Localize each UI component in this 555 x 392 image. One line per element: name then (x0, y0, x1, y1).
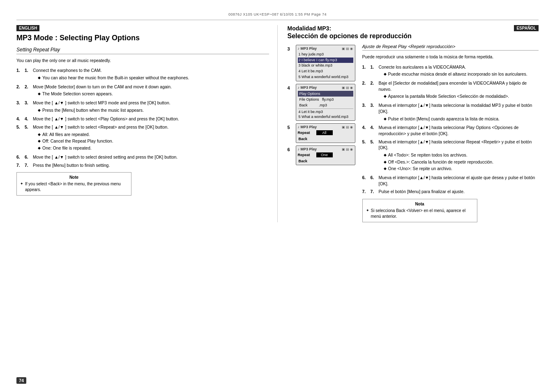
menu-item-play-options: Play Options (298, 91, 353, 97)
note-title-es: Nota (366, 202, 474, 206)
step-es-5: 5.Mueva el interruptor [▲/▼] hasta selec… (362, 139, 539, 173)
header-meta: 00876J X105 UK+ESP~087 6/10/05 1:55 PM P… (16, 12, 539, 16)
repeat-row-all: Repeat All (298, 130, 353, 135)
step-es-4: 4.Mueva el interruptor [▲/▼] hasta selec… (362, 125, 539, 136)
screen-5: ♪ MP3 Play ▣ ▤ ◉ Repeat All Back (296, 123, 355, 143)
back-row-2: Back (298, 159, 353, 164)
step-en-6: 6.Move the [ ▲/▼ ] switch to select desi… (16, 154, 269, 160)
screen-6-wrapper: 6 ♪ MP3 Play ▣ ▤ ◉ Repeat One Back (288, 145, 357, 165)
list-item-4: 4 Let it be.mp3 (298, 109, 353, 114)
screen-4-num: 4 (288, 85, 293, 90)
right-column: Modalidad MP3: Selección de opciones de … (278, 25, 539, 222)
screen-6-num: 6 (288, 147, 293, 152)
steps-en: 1.Connect the earphones to the CAM.You c… (16, 67, 269, 168)
screen-3-list: 1 hey jude.mp3 2 I believe I can fly.mp3… (298, 52, 353, 80)
screen-5-wrapper: 5 ♪ MP3 Play ▣ ▤ ◉ Repeat All Back (288, 123, 357, 143)
steps-es: 1.Conecte los auriculares a la VIDEOCÁMA… (362, 64, 539, 195)
page: 00876J X105 UK+ESP~087 6/10/05 1:55 PM P… (0, 0, 555, 392)
bullet-item: Pulse el botón [Menu] cuando aparezca la… (384, 116, 539, 122)
header-divider (16, 20, 539, 20)
bullet-item: One <Uno>: Se repite un archivo. (384, 166, 539, 172)
intro-es: Puede reproducir una solamente o toda la… (362, 54, 539, 60)
note-item: If you select <Back> in the menu, the pr… (20, 181, 128, 193)
bullet-item: The Mode Selection screen appears. (38, 91, 269, 97)
menu-item-back: Back .mp3 (298, 102, 353, 108)
step-en-3: 3.Move the [ ▲/▼ ] switch to select MP3 … (16, 100, 269, 114)
left-column: ENGLISH MP3 Mode : Selecting Play Option… (16, 25, 278, 222)
screen-3-wrapper: 3 ♪ MP3 Play ▣ ▤ ◉ 1 hey jude.mp3 2 I be… (288, 45, 357, 81)
list-item: 4 Let it be.mp3 (298, 69, 353, 74)
note-content-en: If you select <Back> in the menu, the pr… (20, 181, 128, 193)
bullet-item: Press the [Menu] button when the music l… (38, 107, 269, 113)
title-mp3-es: Modalidad MP3: (288, 25, 332, 32)
screens-column: 3 ♪ MP3 Play ▣ ▤ ◉ 1 hey jude.mp3 2 I be… (288, 45, 357, 165)
step-en-4: 4.Move the [ ▲/▼ ] switch to select <Pla… (16, 116, 269, 122)
step-es-7: 7.Pulse el botón [Menu] para finalizar e… (362, 189, 539, 195)
screen-3: ♪ MP3 Play ▣ ▤ ◉ 1 hey jude.mp3 2 I beli… (296, 45, 355, 81)
list-item: 3 black or white.mp3 (298, 63, 353, 69)
note-box-es: Nota Si selecciona Back <Volver> en el m… (362, 199, 477, 222)
screen-3-num: 3 (288, 46, 293, 51)
right-header-row: Modalidad MP3: Selección de opciones de … (288, 25, 539, 42)
bullet-item: Off: Cancel the Repeat Play function. (38, 138, 269, 144)
bullet-item: Aparece la pantalla Mode Selection <Sele… (384, 93, 539, 99)
bullet-item: Off <Des.>: Cancela la función de repeti… (384, 159, 539, 165)
subsection-en: Setting Repeat Play (16, 47, 269, 54)
bullet-item: One: One file is repeated. (38, 145, 269, 151)
step-en-2: 2.Move [Mode Selector] down to turn on t… (16, 84, 269, 98)
bullet-item: Puede escuchar música desde el altavoz i… (384, 71, 539, 77)
subsection-es: Ajuste de Repeat Play <Repetir reproducc… (362, 44, 539, 51)
title-seleccion-es: Selección de opciones de reproducción (288, 32, 412, 39)
screen-5-num: 5 (288, 125, 293, 130)
bullet-item: You can also hear the music from the Bui… (38, 75, 269, 81)
spanish-text-column: Ajuste de Repeat Play <Repetir reproducc… (357, 44, 539, 222)
screen-4: ♪ MP3 Play ▣ ▤ ◉ Play Options File Optio… (296, 84, 355, 121)
menu-item-file-options: File Options fly.mp3 (298, 97, 353, 102)
step-en-1: 1.Connect the earphones to the CAM.You c… (16, 67, 269, 81)
step-en-7: 7.Press the [Menu] button to finish sett… (16, 162, 269, 168)
note-box-en: Note If you select <Back> in the menu, t… (16, 172, 131, 196)
intro-en: You can play the only one or all music r… (16, 58, 269, 64)
list-item: 5 What a wonderful world.mp3 (298, 74, 353, 80)
list-item-selected: 2 I believe I can fly.mp3 (298, 58, 353, 63)
bullet-item: All: All files are repeated. (38, 131, 269, 138)
screen-4-wrapper: 4 ♪ MP3 Play ▣ ▤ ◉ Play Options File Opt… (288, 84, 357, 121)
step-es-1: 1.Conecte los auriculares a la VIDEOCÁMA… (362, 64, 539, 78)
lang-badge-en: ENGLISH (16, 25, 39, 31)
list-item-5: 5 What a wonderful world.mp3 (298, 114, 353, 119)
bullet-item: All <Todo>: Se repiten todos los archivo… (384, 152, 539, 158)
note-title-en: Note (20, 175, 128, 180)
step-es-6: 6.Mueva el interruptor [▲/▼] hasta selec… (362, 175, 539, 187)
screen-6: ♪ MP3 Play ▣ ▤ ◉ Repeat One Back (296, 145, 355, 165)
step-es-3: 3.Mueva el interruptor [▲/▼] hasta selec… (362, 102, 539, 122)
main-content: ENGLISH MP3 Mode : Selecting Play Option… (16, 25, 539, 222)
note-content-es: Si selecciona Back <Volver> en el menú, … (366, 208, 474, 219)
page-number: 74 (16, 377, 26, 384)
list-item: 1 hey jude.mp3 (298, 52, 353, 58)
back-row: Back (298, 136, 353, 141)
right-title-block: Modalidad MP3: Selección de opciones de … (288, 25, 412, 42)
lang-badge-es: ESPAÑOL (514, 25, 539, 31)
section-title-en: MP3 Mode : Selecting Play Options (16, 34, 269, 43)
step-en-5: 5.Move the [ ▲/▼ ] switch to select <Rep… (16, 124, 269, 152)
step-es-2: 2.Baje el [Selector de modalidad] para e… (362, 80, 539, 100)
repeat-row-one: Repeat One (298, 152, 353, 157)
note-item-es: Si selecciona Back <Volver> en el menú, … (366, 208, 474, 219)
